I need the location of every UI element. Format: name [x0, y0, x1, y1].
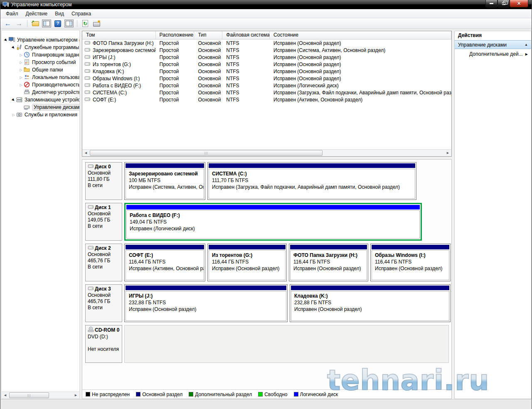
console-tree-icon[interactable]	[42, 20, 51, 28]
expand-arrow-icon[interactable]: ▷	[18, 53, 24, 57]
partition-block[interactable]: ФОТО Папка Загрузки (H:)116,44 ГБ NTFSИс…	[289, 244, 368, 281]
legend-item: Не распределен	[86, 392, 130, 397]
volume-row[interactable]: СОФТ (E:)ПростойОсновнойNTFSИсправен (Ак…	[82, 96, 451, 103]
expand-arrow-icon[interactable]: ▷	[18, 76, 24, 79]
volume-row[interactable]: СИСТЕМА (C:)ПростойОсновнойNTFSИсправен …	[82, 89, 451, 96]
menu-item-0[interactable]: Файл	[2, 10, 22, 18]
action-pane-icon[interactable]	[64, 20, 74, 28]
tree-item-computer-management-root[interactable]: ▶Управление компьютером (л	[2, 36, 79, 44]
scroll-left-arrow[interactable]: ◀	[2, 392, 9, 399]
partition-type-stripe	[126, 163, 204, 168]
menu-item-2[interactable]: Вид	[51, 10, 68, 18]
close-button[interactable]: ✕	[510, 0, 528, 7]
partition-type-stripe	[209, 163, 415, 168]
volume-name: ИГРЫ (J:)	[93, 54, 115, 60]
volume-cell: ФОТО Папка Загрузки (H:)	[82, 40, 156, 46]
collapse-arrow-icon[interactable]: ▶	[10, 44, 17, 51]
volume-row[interactable]: Образы Windows (I:)ПростойОсновнойNTFSИс…	[82, 75, 451, 82]
partition-type-stripe	[126, 245, 204, 249]
expand-arrow-icon[interactable]: ▷	[18, 68, 24, 72]
volume-row[interactable]: Работа с ВИДЕО (F:)ПростойОсновнойNTFSИс…	[82, 82, 451, 89]
disk-label-box[interactable]: CD-ROM 0DVD (D:) Нет носителя	[85, 325, 122, 363]
export-list-icon[interactable]	[31, 20, 40, 28]
disk-settings-icon[interactable]	[92, 20, 101, 28]
restore-button[interactable]	[498, 0, 510, 7]
expand-arrow-icon[interactable]: ▷	[11, 113, 16, 117]
scrollbar-thumb[interactable]	[90, 150, 323, 156]
partition-info: Работа с ВИДЕО (F:)149,04 ГБ NTFSИсправе…	[126, 210, 420, 239]
volume-icon	[84, 40, 93, 46]
disk-label-box[interactable]: Диск 0Основной111,80 ГБВ сети	[85, 162, 122, 200]
expand-arrow-icon[interactable]: ▷	[18, 61, 24, 64]
tree-item-disk-management[interactable]: Управление дисками	[2, 103, 79, 111]
volume-cell: ИГРЫ (J:)	[82, 54, 156, 60]
volume-cell: Простой	[156, 97, 195, 103]
partition-block[interactable]: Работа с ВИДЕО (F:)149,04 ГБ NTFSИсправе…	[124, 203, 422, 241]
partition-block[interactable]: СИСТЕМА (C:)111,70 ГБ NTFSИсправен (Загр…	[207, 162, 416, 200]
toolbar	[0, 18, 532, 29]
partition-block[interactable]: ИГРЫ (J:)232,88 ГБ NTFSИсправен (Основно…	[124, 284, 288, 322]
volume-row[interactable]: ИГРЫ (J:)ПростойОсновнойNTFSИсправен (Ос…	[82, 54, 451, 61]
volume-row[interactable]: ФОТО Папка Загрузки (H:)ПростойОсновнойN…	[82, 39, 451, 47]
actions-section-disk-management[interactable]: Управление дисками ▲	[455, 40, 531, 49]
volume-list-horizontal-scrollbar[interactable]: ◀ ▶	[82, 149, 451, 156]
scrollbar-thumb[interactable]	[9, 392, 49, 398]
legend-item: Логический диск	[294, 392, 338, 397]
partition-size: 116,44 ГБ NTFS	[129, 259, 201, 265]
device-manager-icon	[24, 89, 30, 96]
partition-block[interactable]: СОФТ (E:)116,44 ГБ NTFSИсправен (Активен…	[124, 244, 205, 281]
column-header-0[interactable]: Том	[82, 31, 156, 39]
volume-row[interactable]: Зарезервировано системойПростойОсновнойN…	[82, 47, 451, 54]
menu-item-1[interactable]: Действие	[22, 10, 52, 18]
column-header-2[interactable]: Тип	[194, 31, 222, 39]
collapse-arrow-icon[interactable]: ▶	[3, 37, 10, 43]
disk-label-box[interactable]: Диск 1Основной149,05 ГБВ сети	[85, 203, 122, 241]
disk-label-line: Основной	[88, 292, 120, 298]
tree-item-label: Службы и приложения	[25, 112, 77, 118]
actions-more-item[interactable]: Дополнительные дей... ▶	[455, 49, 531, 59]
tree-item-device-manager[interactable]: Диспетчер устройств	[2, 89, 79, 96]
partition-block[interactable]: Из торентов (G:)116,44 ГБ NTFSИсправен (…	[207, 244, 287, 281]
tree-item-services-apps[interactable]: ▷Службы и приложения	[2, 111, 79, 118]
collapse-section-icon[interactable]: ▲	[525, 43, 528, 47]
cdrom-empty-region[interactable]	[124, 325, 449, 363]
partition-block[interactable]: Кладовка (K:)232,88 ГБ NTFSИсправен (Осн…	[290, 284, 451, 322]
tree-item-local-users[interactable]: ▷Локальные пользовате	[2, 74, 79, 81]
column-header-3[interactable]: Файловая система	[222, 31, 270, 39]
column-header-1[interactable]: Расположение	[156, 31, 195, 39]
disk-name: Диск 3	[88, 286, 120, 292]
forward-icon[interactable]	[15, 20, 24, 28]
disk-name: Диск 2	[88, 245, 120, 251]
toolbar-separator	[77, 20, 77, 27]
partition-block[interactable]: Образы Windows (I:)116,44 ГБ NTFSИсправе…	[370, 244, 451, 281]
scroll-right-arrow[interactable]: ▶	[444, 150, 451, 156]
minimize-button[interactable]	[485, 0, 498, 7]
tree-item-task-scheduler[interactable]: ▷Планировщик заданий	[2, 51, 79, 59]
tree-item-performance[interactable]: ▷Производительность	[2, 81, 79, 89]
volume-row[interactable]: Кладовка (K:)ПростойОсновнойNTFSИсправен…	[82, 68, 451, 75]
disk-name-text: Диск 0	[95, 164, 111, 170]
volume-row[interactable]: Из торентов (G:)ПростойОсновнойNTFSИспра…	[82, 61, 451, 68]
legend-label: Основной раздел	[142, 392, 182, 397]
expand-arrow-icon[interactable]: ▷	[18, 83, 24, 87]
help-icon[interactable]	[53, 20, 62, 28]
scroll-left-arrow[interactable]: ◀	[82, 150, 89, 156]
tree-horizontal-scrollbar[interactable]: ◀ ▶	[2, 392, 79, 399]
tree-item-storage[interactable]: ▶Запоминающие устройст	[2, 96, 79, 103]
disk-label-box[interactable]: Диск 2Основной465,76 ГБВ сети	[85, 244, 122, 281]
scroll-right-arrow[interactable]: ▶	[72, 392, 79, 399]
menu-item-3[interactable]: Справка	[68, 10, 95, 18]
tree-item-event-viewer[interactable]: ▷Просмотр событий	[2, 59, 79, 66]
disk-label-box[interactable]: Диск 3Основной465,76 ГБВ сети	[85, 284, 122, 322]
partition-type-stripe	[291, 286, 449, 290]
column-header-4[interactable]: Состояние	[270, 31, 451, 39]
refresh-icon[interactable]	[81, 20, 90, 28]
collapse-arrow-icon[interactable]: ▶	[10, 96, 17, 103]
partition-block[interactable]: Зарезервировано системой100 МБ NTFSИспра…	[124, 162, 205, 200]
tree-item-shared-folders[interactable]: ▷Общие папки	[2, 66, 79, 74]
volume-icon	[84, 62, 93, 67]
system-tools-icon	[16, 44, 23, 51]
back-icon[interactable]	[3, 20, 12, 28]
tree-item-label: Запоминающие устройст	[25, 97, 79, 103]
tree-item-system-tools[interactable]: ▶Служебные программы	[2, 44, 79, 51]
